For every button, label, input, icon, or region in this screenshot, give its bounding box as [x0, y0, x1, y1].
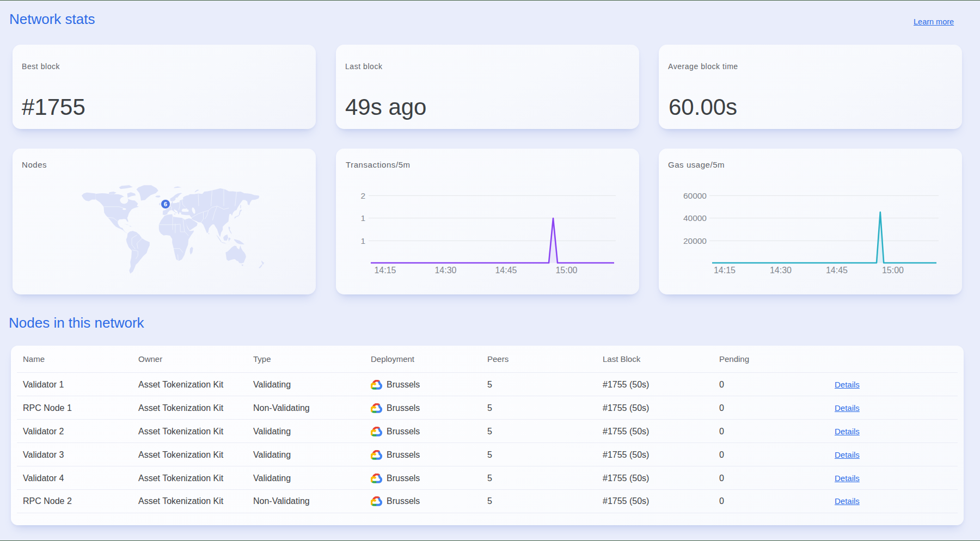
svg-text:1: 1: [360, 213, 365, 223]
svg-text:14:45: 14:45: [826, 266, 848, 275]
svg-text:14:15: 14:15: [374, 266, 396, 275]
svg-text:14:30: 14:30: [770, 266, 792, 275]
svg-text:6: 6: [164, 201, 167, 207]
svg-text:2: 2: [360, 191, 365, 200]
svg-text:15:00: 15:00: [882, 266, 904, 275]
svg-text:40000: 40000: [683, 213, 707, 223]
svg-text:20000: 20000: [683, 236, 707, 245]
svg-text:1: 1: [360, 236, 365, 245]
svg-text:14:30: 14:30: [434, 266, 456, 275]
svg-text:60000: 60000: [683, 191, 707, 200]
svg-text:14:45: 14:45: [495, 266, 517, 275]
svg-text:15:00: 15:00: [555, 266, 577, 275]
svg-text:14:15: 14:15: [714, 266, 736, 275]
